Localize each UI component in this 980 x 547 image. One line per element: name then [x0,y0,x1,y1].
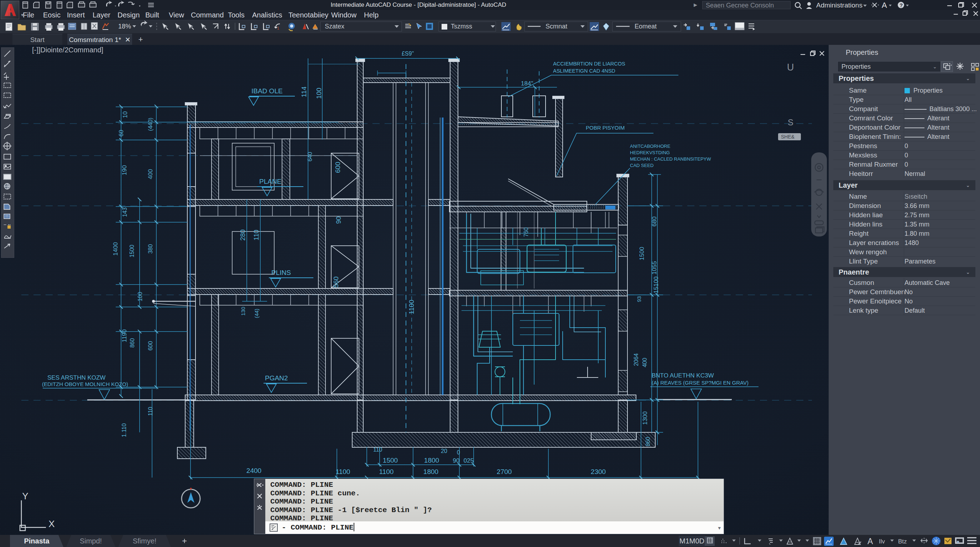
svg-text:143: 143 [122,208,128,217]
svg-text:760: 760 [523,227,529,237]
svg-text:Btz: Btz [898,538,907,545]
svg-text:1100: 1100 [408,300,415,315]
svg-text:1300: 1300 [642,411,649,425]
svg-text:20: 20 [441,448,447,454]
svg-text:600: 600 [334,162,342,173]
svg-text:400: 400 [642,358,648,367]
svg-text:2700: 2700 [497,468,512,475]
svg-text:380: 380 [148,244,153,254]
svg-text:680: 680 [651,216,658,226]
svg-text:Tszmss: Tszmss [451,23,472,30]
svg-text:A: A [882,2,887,10]
svg-text:2400: 2400 [247,467,261,474]
svg-text:130: 130 [240,307,246,315]
svg-text:BNTO AUETHN KC3W: BNTO AUETHN KC3W [652,372,714,379]
svg-text:SHE&: SHE& [781,134,795,140]
svg-text:IBAD OLE: IBAD OLE [251,87,283,95]
svg-text:A: A [867,537,873,546]
svg-text:Eomeat: Eomeat [635,23,657,30]
svg-text:18%: 18% [118,23,131,30]
svg-text:X: X [48,518,54,529]
svg-text:HEDREKVSTDING: HEDREKVSTDING [630,150,670,155]
svg-text:2064: 2064 [633,353,639,366]
svg-text:PGAN2: PGAN2 [265,374,288,382]
svg-text:100: 100 [137,292,143,302]
svg-text:1190: 1190 [121,329,128,343]
svg-text:1: 1 [277,26,279,30]
svg-text:ACCIEMBRTION DE LIARCOS: ACCIEMBRTION DE LIARCOS [553,61,625,67]
svg-text:860: 860 [129,338,135,348]
svg-text:1500: 1500 [129,245,135,258]
svg-text:ASLIMEETIGN CAD 4NSD: ASLIMEETIGN CAD 4NSD [553,68,615,74]
svg-text:640: 640 [307,152,313,162]
svg-text:190: 190 [121,165,128,175]
svg-text:(44): (44) [253,309,259,318]
svg-text:110: 110 [253,230,260,240]
svg-text:860: 860 [645,437,651,447]
svg-text:1100: 1100 [379,468,394,475]
svg-text:60: 60 [118,130,125,137]
svg-text:560: 560 [332,276,340,288]
svg-text:2300: 2300 [591,468,606,475]
svg-text:400: 400 [147,169,154,179]
svg-text:PLANE: PLANE [259,178,281,185]
svg-text:POBR PISYOIM: POBR PISYOIM [586,125,625,131]
svg-text:Szatex: Szatex [325,23,344,30]
svg-text:90: 90 [335,216,342,224]
svg-text:1800: 1800 [424,456,439,464]
svg-text:10: 10 [122,111,129,118]
svg-text:(A) REAVES (GRSE SP?MGI EN GRA: (A) REAVES (GRSE SP?MGI EN GRAV) [652,380,749,386]
svg-text:(EDITZH OBOYE MOLNICH KOZO): (EDITZH OBOYE MOLNICH KOZO) [42,381,128,387]
svg-text:93: 93 [636,296,642,302]
svg-text:Administrations: Administrations [816,2,862,9]
svg-text:100: 100 [315,87,323,99]
svg-text:1055: 1055 [651,261,658,275]
svg-text:1.110: 1.110 [121,423,127,437]
svg-text:Y: Y [22,491,28,501]
svg-text:CAD SEED: CAD SEED [630,163,654,168]
svg-text:1500: 1500 [383,456,398,464]
svg-text:SES ARSTHN KOZW: SES ARSTHN KOZW [47,374,105,381]
svg-text:[-]]Diointe/2Command]: [-]]Diointe/2Command] [32,46,103,54]
svg-text:1800: 1800 [423,468,438,475]
svg-text:1500: 1500 [638,247,645,260]
svg-text:15100: 15100 [653,276,660,293]
svg-text:184": 184" [521,80,533,87]
svg-text:PLINS: PLINS [271,269,291,276]
svg-text:90: 90 [453,457,460,464]
svg-text:0: 0 [457,449,460,455]
svg-text:U: U [787,62,794,73]
svg-text:025: 025 [464,457,474,464]
svg-text:S: S [788,118,794,127]
svg-text:1400: 1400 [112,242,119,256]
svg-text:280: 280 [239,229,247,241]
svg-text:(440): (440) [148,118,153,131]
svg-text:Scmnat: Scmnat [546,23,567,30]
svg-text:110: 110 [373,447,382,453]
svg-text:£S9": £S9" [402,51,414,57]
svg-text:600: 600 [148,341,153,351]
svg-text:ANITCABORHORE: ANITCABORHORE [630,143,671,149]
svg-text:MECHAN : CACLED RANBNSITEPYW: MECHAN : CACLED RANBNSITEPYW [630,156,711,162]
svg-text:1100: 1100 [336,468,350,475]
svg-text:Ilv: Ilv [879,538,885,545]
svg-text:?: ? [899,2,903,8]
svg-text:114: 114 [300,86,308,97]
svg-text:110: 110 [148,407,153,416]
